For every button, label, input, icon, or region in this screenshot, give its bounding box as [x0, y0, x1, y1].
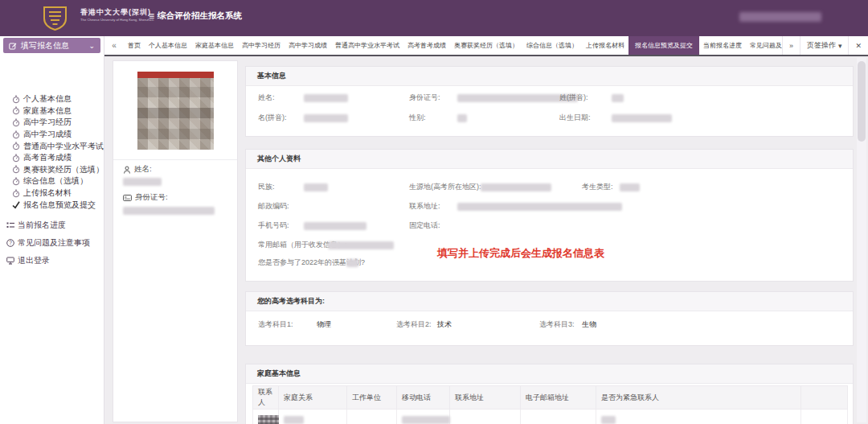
scrollbar-thumb[interactable]: [858, 61, 866, 142]
field-label: 联系地址:: [409, 202, 440, 210]
field-label: 出生日期:: [559, 113, 591, 121]
cell-mobile-redacted: [397, 410, 450, 424]
sidebar-item[interactable]: 家庭基本信息: [0, 105, 104, 117]
tab[interactable]: 高中学习经历: [238, 36, 285, 55]
sidebar-item[interactable]: 普通高中学业水平考试: [0, 140, 104, 152]
field-label: 手机号码:: [258, 221, 289, 229]
tabs-scroll-right-icon[interactable]: »: [782, 36, 800, 55]
section-title: 家庭基本信息: [246, 364, 853, 384]
cell-address: [450, 410, 521, 424]
section-title: 其他个人资料: [246, 150, 853, 169]
profile-name-label-row: 姓名:: [123, 164, 152, 175]
family-table-header-row: 联系人 家庭关系 工作单位 移动电话 联系地址 电子邮箱地址 是否为紧急联系人: [253, 386, 848, 410]
pending-clock-icon: [12, 130, 20, 139]
sidebar-item[interactable]: 高中学习经历: [0, 117, 104, 129]
field-address: 联系地址:: [409, 201, 440, 211]
sidebar-item[interactable]: 上传报名材料: [0, 187, 104, 200]
check-icon: [12, 200, 20, 209]
column-header: 是否为紧急联系人: [596, 386, 801, 410]
university-name-en: The Chinese University of Hong Kong, She…: [80, 17, 154, 23]
sidebar-item-faq[interactable]: ? 常见问题及注意事项: [0, 234, 104, 252]
person-icon: [123, 166, 131, 174]
column-header: 家庭关系: [279, 386, 347, 410]
sidebar-item[interactable]: 奥赛获奖经历（选填）: [0, 164, 104, 176]
question-circle-icon: ?: [6, 239, 14, 247]
tab[interactable]: 首页: [124, 36, 145, 55]
applicant-photo-redacted: [137, 72, 214, 150]
refresh-close-icon[interactable]: ✕: [848, 36, 868, 55]
cell-email: [521, 410, 596, 424]
field-label: 姓(拼音):: [559, 93, 588, 101]
pending-clock-icon: [12, 95, 20, 104]
field-label: 生源地(高考所在地区):: [409, 183, 481, 191]
redacted-text: [601, 416, 616, 424]
column-header: 电子邮箱地址: [521, 386, 596, 410]
tab[interactable]: 个人基本信息: [145, 36, 191, 55]
pending-clock-icon: [12, 189, 20, 198]
basic-info-card: 基本信息 姓名: 身份证号: 姓(拼音): 名(拼音): 性别: 出生日期:: [245, 66, 854, 137]
sidebar-item-current[interactable]: 报名信息预览及提交: [0, 199, 104, 211]
svg-text:?: ?: [9, 240, 12, 245]
sidebar-item-label: 报名信息预览及提交: [23, 200, 96, 211]
tab-bar: « 首页 个人基本信息 家庭基本信息 高中学习经历 高中学习成绩 普通高中学业水…: [104, 36, 868, 56]
caret-down-icon: ▾: [838, 42, 842, 50]
sidebar-item-label: 当前报名进度: [18, 220, 66, 231]
field-landline: 固定电话:: [409, 220, 440, 230]
field-label: 性别:: [409, 113, 426, 121]
table-row: [253, 410, 848, 424]
tab[interactable]: 当前报名进度: [699, 36, 746, 55]
profile-id-label-row: 身份证号:: [123, 192, 168, 203]
sidebar-item-progress[interactable]: 当前报名进度: [0, 216, 104, 234]
field-qiangji-plan: 您是否参与了2022年的强基计划?: [258, 257, 365, 267]
field-email: 常用邮箱（用于收发信息）:: [258, 240, 347, 249]
main-content: 姓名: 身份证号: 基本信息 姓名: 身份证号: 姓(拼音): 名(拼音): 性…: [104, 56, 868, 424]
generate-form-annotation: 填写并上传完成后会生成报名信息表: [437, 246, 604, 261]
sidebar-group-label: 填写报名信息: [21, 40, 88, 51]
field-gender: 性别:: [409, 113, 426, 122]
pending-clock-icon: [12, 154, 20, 163]
field-label: 名(拼音):: [258, 113, 287, 121]
applicant-profile-card: 姓名: 身份证号:: [113, 60, 238, 422]
field-label: 选考科目1:: [258, 320, 293, 328]
tab-operations-dropdown[interactable]: 页签操作 ▾: [800, 36, 849, 55]
sidebar-item[interactable]: 高中学习成绩: [0, 129, 104, 141]
tab[interactable]: 综合信息（选填）: [522, 36, 582, 55]
sidebar-item-label: 综合信息（选填）: [23, 175, 88, 187]
field-label: 选考科目2:: [396, 320, 432, 328]
field-value-redacted: [304, 113, 348, 122]
chevron-down-icon: ⌄: [88, 43, 95, 49]
field-value-redacted: [328, 240, 394, 249]
tab[interactable]: 高中学习成绩: [285, 36, 331, 55]
redacted-text: [284, 416, 304, 424]
field-label: 民族:: [258, 183, 275, 191]
sidebar-item-logout[interactable]: 退出登录: [0, 252, 104, 270]
cell-contact-name-redacted: [253, 410, 279, 424]
sidebar-item[interactable]: 个人基本信息: [0, 93, 104, 105]
sidebar-group-fill-application[interactable]: 填写报名信息 ⌄: [3, 38, 100, 53]
column-header: 工作单位: [347, 386, 397, 410]
tab-active[interactable]: 报名信息预览及提交: [628, 36, 699, 55]
field-label: 邮政编码:: [258, 202, 289, 210]
tab[interactable]: 普通高中学业水平考试: [331, 36, 403, 55]
logged-in-user-redacted[interactable]: [739, 12, 821, 22]
profile-name-value-redacted: [123, 178, 162, 186]
application-window: 香港中文大學(深圳) The Chinese University of Hon…: [0, 0, 868, 424]
tab[interactable]: 家庭基本信息: [191, 36, 238, 55]
family-table: 联系人 家庭关系 工作单位 移动电话 联系地址 电子邮箱地址 是否为紧急联系人: [252, 385, 848, 424]
other-info-card: 其他个人资料 民族: 生源地(高考所在地区): 考生类型: 邮政编码: 联系地址…: [245, 149, 854, 282]
sidebar-item[interactable]: 高考首考成绩: [0, 152, 104, 164]
pending-clock-icon: [12, 106, 20, 115]
tab-operations-label: 页签操作: [807, 40, 836, 51]
column-header: 联系人: [253, 386, 279, 410]
cuhk-shenzhen-logo-icon: [42, 6, 68, 31]
tabs-scroll-left-icon[interactable]: «: [104, 36, 124, 55]
field-label: 身份证号:: [409, 93, 440, 101]
tab[interactable]: 奥赛获奖经历（选填）: [450, 36, 522, 55]
menu-icon[interactable]: ≡: [149, 12, 154, 20]
tab[interactable]: 上传报名材料: [582, 36, 628, 55]
sidebar-item-label: 高中学习成绩: [23, 129, 72, 140]
divider: [113, 159, 237, 160]
tab[interactable]: 高考首考成绩: [403, 36, 450, 55]
field-value-redacted: [612, 93, 624, 102]
sidebar-item[interactable]: 综合信息（选填）: [0, 175, 104, 187]
